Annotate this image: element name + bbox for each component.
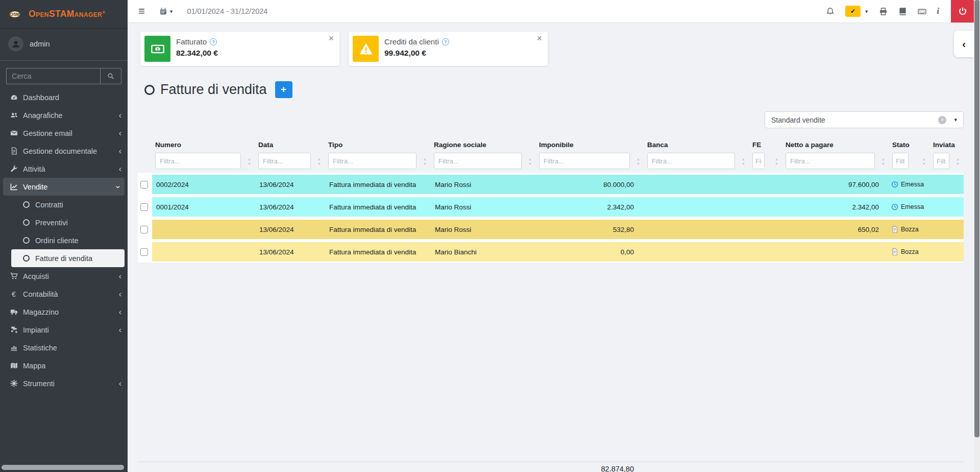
close-icon[interactable]: ×: [328, 33, 334, 44]
add-invoice-button[interactable]: +: [275, 81, 292, 98]
sidebar-item-mappa[interactable]: Mappa: [0, 357, 128, 374]
sidebar-item-gestione-email[interactable]: Gestione email‹: [0, 124, 128, 142]
cell-stato: Bozza: [889, 242, 930, 262]
record-circle-icon: [144, 85, 155, 95]
docs-button[interactable]: [898, 7, 907, 16]
cart-icon: [8, 272, 19, 280]
filter-tipo[interactable]: [328, 153, 416, 169]
table-row[interactable]: 13/06/2024 Fattura immediata di vendita …: [138, 220, 964, 239]
cell-inviata: [930, 175, 964, 194]
filter-inviata[interactable]: [933, 153, 949, 169]
shortcuts-button[interactable]: [918, 7, 926, 16]
segment-select[interactable]: Standard vendite × ▾: [765, 111, 964, 128]
column-header-tipo[interactable]: Tipo: [325, 141, 431, 151]
help-icon[interactable]: ?: [442, 38, 449, 45]
sidebar-item-strumenti[interactable]: Strumenti‹: [0, 374, 128, 392]
column-header-ragione-sociale[interactable]: Ragione sociale: [431, 141, 536, 151]
cell-stato: Bozza: [889, 220, 930, 239]
caret-down-icon[interactable]: ▾: [865, 9, 868, 14]
caret-down-icon: ▾: [954, 116, 957, 123]
sidebar-item-ordini-cliente[interactable]: Ordini cliente: [0, 231, 128, 249]
filter-netto-a-pagare[interactable]: [786, 153, 875, 169]
chevron-left-icon: ‹: [119, 272, 121, 280]
cell-data: 13/06/2024: [255, 175, 325, 194]
column-header-data[interactable]: Data: [255, 141, 325, 151]
cell-tipo: Fattura immediata di vendita: [325, 175, 431, 194]
cell-ragione-sociale: Mario Rossi: [431, 175, 536, 194]
calendar-picker[interactable]: ▾: [159, 7, 173, 15]
sort-icons: ▲▼: [317, 157, 321, 166]
sidebar-item-magazzino[interactable]: Magazzino‹: [0, 303, 128, 321]
search-input[interactable]: [6, 68, 100, 84]
search-button[interactable]: [100, 68, 121, 84]
user-panel[interactable]: admin: [0, 29, 128, 61]
sidebar-item-preventivi[interactable]: Preventivi: [0, 214, 128, 231]
chevron-left-icon: ‹: [119, 380, 121, 388]
table-row[interactable]: 0001/2024 13/06/2024 Fattura immediata d…: [138, 197, 964, 217]
cell-netto-a-pagare: [782, 242, 889, 262]
sidebar-item-contratti[interactable]: Contratti: [0, 196, 128, 214]
filter-banca[interactable]: [647, 153, 735, 169]
cell-imponibile: 0,00: [536, 242, 644, 262]
chevron-left-icon: ‹: [119, 165, 121, 173]
filter-ragione-sociale[interactable]: [434, 153, 522, 169]
sidebar-horizontal-scrollbar[interactable]: [2, 465, 124, 470]
column-header-imponibile[interactable]: Imponibile: [536, 141, 644, 151]
column-header-inviata[interactable]: Inviata: [930, 141, 964, 151]
imponibile-total: 82.874,80: [536, 465, 644, 472]
search-icon: [107, 73, 114, 80]
filter-imponibile[interactable]: [539, 153, 630, 169]
logout-button[interactable]: [951, 0, 974, 22]
help-icon[interactable]: ?: [210, 38, 217, 45]
cell-banca: [644, 220, 749, 239]
brand-name: OpenSTAManager: [29, 9, 102, 19]
column-header-netto-a-pagare[interactable]: Netto a pagare: [782, 141, 889, 151]
row-checkbox[interactable]: [140, 203, 148, 211]
chevron-left-icon: ‹: [119, 129, 121, 137]
sidebar-item-attivita[interactable]: Attività‹: [0, 160, 128, 178]
filter-numero[interactable]: [155, 153, 241, 169]
table-row[interactable]: 0002/2024 13/06/2024 Fattura immediata d…: [138, 175, 964, 194]
print-button[interactable]: [879, 7, 888, 16]
main-content: Fatturato? 82.342,00 € × Crediti da clie…: [128, 23, 974, 472]
filter-fe[interactable]: [752, 153, 765, 169]
clear-icon[interactable]: ×: [938, 116, 946, 124]
row-checkbox[interactable]: [140, 226, 148, 233]
topbar-actions: ✔ ▾ i: [826, 0, 974, 22]
printer-icon: [879, 7, 888, 16]
hamburger-menu-icon[interactable]: ≡: [138, 6, 145, 17]
column-header-stato[interactable]: Stato: [889, 141, 930, 151]
column-header-numero[interactable]: Numero: [152, 141, 255, 151]
cell-banca: [644, 197, 749, 217]
table-header: Numero Data Tipo Ragione sociale Imponib…: [138, 141, 964, 151]
close-icon[interactable]: ×: [536, 33, 542, 44]
info-button[interactable]: i: [937, 7, 939, 16]
collapse-panel-button[interactable]: ‹: [954, 31, 974, 57]
notifications-button[interactable]: [826, 7, 835, 16]
row-checkbox[interactable]: [140, 248, 148, 256]
sidebar-item-fatture-di-vendita[interactable]: Fatture di vendita: [11, 249, 125, 267]
column-header-fe[interactable]: FE: [749, 141, 782, 151]
row-checkbox[interactable]: [140, 181, 148, 188]
card-title: Crediti da clienti: [384, 37, 439, 46]
sidebar-item-acquisti[interactable]: Acquisti‹: [0, 267, 128, 285]
filter-stato[interactable]: [892, 153, 909, 169]
tasks-button[interactable]: ✔: [845, 6, 861, 17]
sidebar-item-anagrafiche[interactable]: Anagrafiche‹: [0, 106, 128, 124]
page-scrollbar-thumb[interactable]: [974, 0, 979, 437]
filter-data[interactable]: [258, 153, 311, 169]
sidebar-item-impianti[interactable]: Impianti‹: [0, 321, 128, 339]
cell-data: 13/06/2024: [255, 242, 325, 262]
sidebar-item-contabilita[interactable]: €Contabilità‹: [0, 285, 128, 303]
sidebar-item-gestione-documentale[interactable]: Gestione documentale‹: [0, 142, 128, 160]
column-header-banca[interactable]: Banca: [644, 141, 749, 151]
check-icon: ✔: [850, 8, 855, 15]
sidebar: OSM OpenSTAManager® admin Dashboard Anag…: [0, 0, 128, 472]
sidebar-item-dashboard[interactable]: Dashboard: [0, 88, 128, 106]
sidebar-item-statistiche[interactable]: Statistiche: [0, 339, 128, 357]
puzzle-icon: [8, 326, 19, 334]
table-row[interactable]: 13/06/2024 Fattura immediata di vendita …: [138, 242, 964, 262]
sidebar-item-vendite[interactable]: Vendite‹: [3, 178, 125, 196]
cell-fe: [749, 197, 782, 217]
brand[interactable]: OSM OpenSTAManager®: [0, 0, 128, 29]
